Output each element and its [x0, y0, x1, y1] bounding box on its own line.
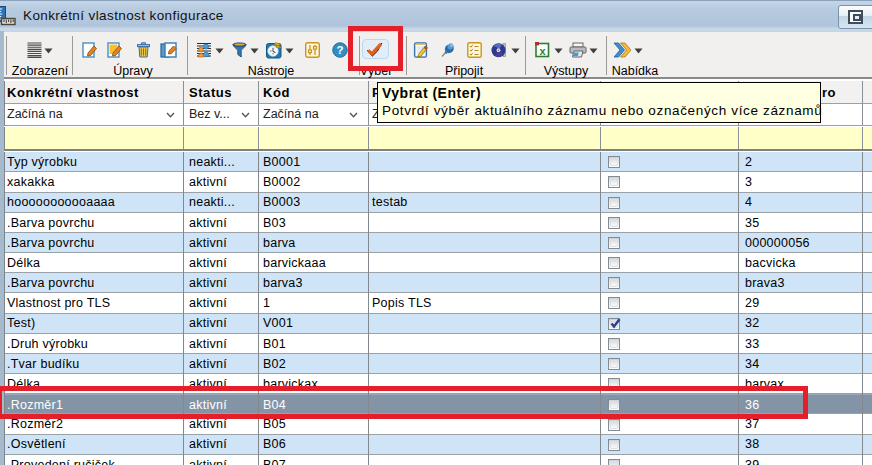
svg-text:?: ?: [336, 44, 343, 56]
svg-text:x: x: [539, 45, 546, 57]
